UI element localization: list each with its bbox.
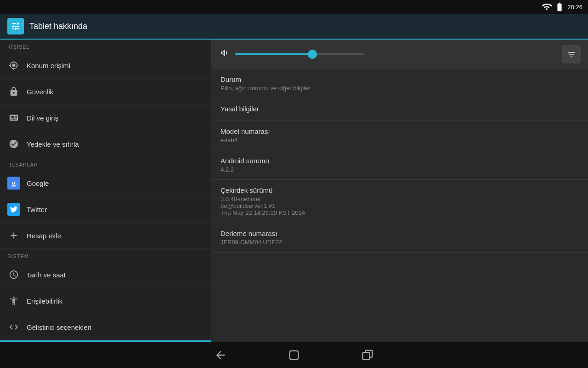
section-label-sistem: SİSTEM xyxy=(0,249,211,262)
android-value: 4.2.2 xyxy=(220,166,579,173)
section-label-kisisel: KİŞİSEL xyxy=(0,40,211,52)
svg-rect-1 xyxy=(290,351,299,360)
svg-rect-2 xyxy=(363,352,370,359)
info-section: Durum Pilin, ağın durumu ve diğer bilgil… xyxy=(211,40,588,253)
sidebar-item-konum-erisimi[interactable]: Konum erişimi xyxy=(0,52,211,79)
info-row-durum[interactable]: Durum Pilin, ağın durumu ve diğer bilgil… xyxy=(211,69,588,98)
twitter-icon xyxy=(7,203,20,216)
battery-icon xyxy=(554,2,565,12)
header-title: Tablet hakkında xyxy=(29,22,87,31)
info-row-derleme[interactable]: Derleme numarası JER09.GMM04.UDE22 xyxy=(211,223,588,253)
volume-slider-thumb[interactable] xyxy=(308,50,317,59)
code-icon xyxy=(7,321,20,334)
yasal-title: Yasal bilgiler xyxy=(220,105,579,113)
google-label: Google xyxy=(27,179,49,187)
back-button[interactable] xyxy=(211,346,230,364)
sidebar-item-twitter[interactable]: Twitter xyxy=(0,196,211,223)
derleme-title: Derleme numarası xyxy=(220,230,579,237)
sidebar-item-hesap-ekle[interactable]: Hesap ekle xyxy=(0,223,211,249)
model-title: Model numarası xyxy=(220,127,579,135)
location-icon xyxy=(7,59,20,72)
sidebar-item-dil-ve-giris[interactable]: Dil ve giriş xyxy=(0,105,211,131)
header-icon xyxy=(7,18,24,34)
info-row-yasal[interactable]: Yasal bilgiler xyxy=(211,98,588,121)
clock: 20:26 xyxy=(567,4,582,11)
sidebar: KİŞİSEL Konum erişimi Güvenlik xyxy=(0,40,211,342)
nav-bar xyxy=(0,342,588,368)
sidebar-item-gelistirici[interactable]: Geliştirici seçenekleri xyxy=(0,314,211,340)
sidebar-item-tablet-hakkinda[interactable]: Tablet hakkında xyxy=(0,340,211,342)
sidebar-item-guvenlik[interactable]: Güvenlik xyxy=(0,79,211,105)
android-title: Android sürümü xyxy=(220,157,579,165)
sidebar-item-yedekle[interactable]: Yedekle ve sıfırla xyxy=(0,131,211,157)
backup-icon xyxy=(7,138,20,150)
durum-title: Durum xyxy=(220,75,579,83)
lock-icon xyxy=(7,85,20,98)
derleme-value: JER09.GMM04.UDE22 xyxy=(220,239,579,246)
cekirdek-value: 3.0.40-mehmet bu@buildserver.1 #1 Thu Ma… xyxy=(220,196,579,216)
accessibility-icon xyxy=(7,294,20,307)
header: Tablet hakkında xyxy=(0,14,588,40)
info-row-android[interactable]: Android sürümü 4.2.2 xyxy=(211,150,588,180)
status-bar: 20:26 xyxy=(0,0,588,14)
info-row-model[interactable]: Model numarası e-tab4 xyxy=(211,121,588,150)
dil-ve-giris-label: Dil ve giriş xyxy=(27,114,58,122)
volume-slider-fill xyxy=(235,53,312,55)
durum-value: Pilin, ağın durumu ve diğer bilgiler xyxy=(220,85,579,92)
yedekle-label: Yedekle ve sıfırla xyxy=(27,140,79,148)
twitter-label: Twitter xyxy=(27,206,47,213)
info-row-cekirdek[interactable]: Çekirdek sürümü 3.0.40-mehmet bu@buildse… xyxy=(211,180,588,223)
recents-button[interactable] xyxy=(358,346,377,364)
clock-icon xyxy=(7,268,20,281)
hesap-ekle-label: Hesap ekle xyxy=(27,232,61,240)
eq-button[interactable] xyxy=(562,45,581,63)
model-value: e-tab4 xyxy=(220,137,579,144)
home-button[interactable] xyxy=(285,346,303,364)
main-layout: KİŞİSEL Konum erişimi Güvenlik xyxy=(0,40,588,342)
tarih-ve-saat-label: Tarih ve saat xyxy=(27,271,66,279)
svg-point-0 xyxy=(13,297,15,299)
wifi-icon xyxy=(542,2,552,12)
google-icon: g xyxy=(7,177,20,190)
volume-icon xyxy=(219,47,230,61)
sidebar-item-erisilebilirlik[interactable]: Erişilebilirlik xyxy=(0,288,211,314)
volume-overlay xyxy=(211,40,588,69)
cekirdek-title: Çekirdek sürümü xyxy=(220,186,579,194)
guvenlik-label: Güvenlik xyxy=(27,88,53,96)
content-area: Durum Pilin, ağın durumu ve diğer bilgil… xyxy=(211,40,588,342)
sidebar-item-google[interactable]: g Google xyxy=(0,170,211,196)
volume-slider-track[interactable] xyxy=(235,53,364,55)
erisilebilirlik-label: Erişilebilirlik xyxy=(27,297,62,305)
keyboard-icon xyxy=(7,111,20,124)
konum-erisimi-label: Konum erişimi xyxy=(27,62,70,69)
status-icons: 20:26 xyxy=(542,2,582,12)
sidebar-item-tarih-ve-saat[interactable]: Tarih ve saat xyxy=(0,262,211,288)
section-label-hesaplar: HESAPLAR xyxy=(0,157,211,170)
gelistirici-label: Geliştirici seçenekleri xyxy=(27,323,91,331)
add-icon xyxy=(7,229,20,242)
